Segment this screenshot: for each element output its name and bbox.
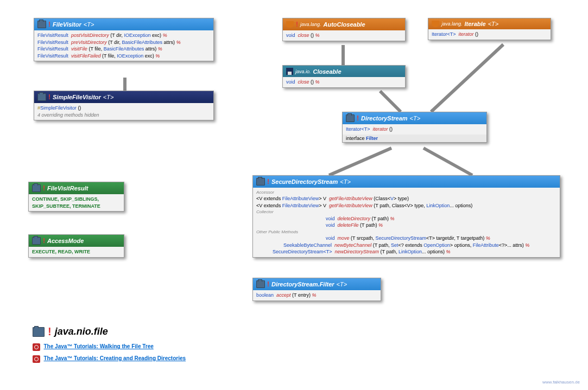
hidden-note: 4 overriding methods hidden xyxy=(37,112,210,119)
class-name: FileVisitor xyxy=(53,21,81,28)
method-row: SeekableByteChannel newByteChannel (T pa… xyxy=(256,242,557,249)
folder-icon xyxy=(32,184,41,192)
folder-icon xyxy=(256,178,265,186)
class-name: DirectoryStream xyxy=(361,115,408,122)
package-name: java.nio.file xyxy=(55,326,108,337)
directorystream-header: ! DirectoryStream<T> xyxy=(343,112,486,124)
folder-icon xyxy=(32,237,41,245)
closeable-body: void close () % xyxy=(283,77,405,87)
filevisitor-body: FileVisitResult postVisitDirectory (T di… xyxy=(34,30,213,61)
class-name: SecureDirectoryStream xyxy=(271,178,338,185)
simplefilevisitor-class-box: ! SimpleFileVisitor<T> #SimpleFileVisito… xyxy=(34,91,214,120)
package-title-block: ! java.nio.file The Java™ Tutorials: Wal… xyxy=(33,325,186,363)
folder-icon xyxy=(346,114,355,122)
class-name: Closeable xyxy=(313,68,342,75)
directorystream-class-box: ! DirectoryStream<T> Iterator<T> iterato… xyxy=(342,112,487,143)
enum-values: EXECUTE, READ, WRITE xyxy=(32,249,90,254)
svg-line-5 xyxy=(423,148,472,175)
directorystream-sub: interface Filter xyxy=(343,135,486,142)
method-row: FileVisitResult postVisitDirectory (T di… xyxy=(37,32,210,39)
method-row: FileVisitResult visitFile (T file, Basic… xyxy=(37,46,210,53)
cup-icon xyxy=(432,21,439,27)
method-row: FileVisitResult visitFileFailed (T file,… xyxy=(37,53,210,60)
bang-icon: ! xyxy=(43,184,45,192)
method-row: SecureDirectoryStream<T> newDirectoryStr… xyxy=(256,248,557,255)
directorystream-body: Iterator<T> iterator () xyxy=(343,124,486,135)
securedirectorystream-header: ! SecureDirectoryStream<T> xyxy=(253,176,560,188)
footer-credit: www.falkhausen.de xyxy=(542,380,580,385)
filevisitor-header: ! FileVisitor<T> xyxy=(34,18,213,30)
oracle-icon xyxy=(33,355,40,363)
dsfilter-class-box: ! DirectoryStream.Filter<T> boolean acce… xyxy=(252,278,381,301)
folder-icon xyxy=(256,280,265,288)
filevisitresult-header: ! FileVisitResult xyxy=(29,182,124,194)
class-name: AutoCloseable xyxy=(324,21,365,28)
closeable-header: java.io.Closeable xyxy=(283,66,405,77)
class-name: AccessMode xyxy=(47,238,84,244)
simplefilevisitor-header: ! SimpleFileVisitor<T> xyxy=(34,91,213,103)
accessmode-body: EXECUTE, READ, WRITE xyxy=(29,247,124,257)
autocloseable-body: void close () % xyxy=(283,30,405,41)
package-prefix: java.lang. xyxy=(441,21,463,27)
method-row: void deleteFile (T path) % xyxy=(256,222,557,229)
tutorial-link-2[interactable]: The Java™ Tutorials: Creating and Readin… xyxy=(33,355,186,363)
simplefilevisitor-body: #SimpleFileVisitor () 4 overriding metho… xyxy=(34,103,213,120)
autocloseable-header: ! java.lang.AutoCloseable xyxy=(283,18,405,30)
cup-icon xyxy=(286,21,294,28)
closeable-class-box: java.io.Closeable void close () % xyxy=(282,65,406,88)
bang-icon: ! xyxy=(267,280,269,288)
class-name: DirectoryStream.Filter xyxy=(271,281,334,287)
class-name: SimpleFileVisitor xyxy=(53,94,101,100)
autocloseable-class-box: ! java.lang.AutoCloseable void close () … xyxy=(282,18,406,41)
securedirectorystream-class-box: ! SecureDirectoryStream<T> Accessor <V e… xyxy=(252,175,560,258)
section-accessor: Accessor xyxy=(256,189,557,195)
folder-icon xyxy=(37,93,46,101)
bang-icon: ! xyxy=(48,93,50,101)
method-row: <V extends FileAttributeView> V getFileA… xyxy=(256,195,557,202)
svg-line-3 xyxy=(431,44,503,112)
bang-icon: ! xyxy=(267,178,269,186)
svg-line-2 xyxy=(380,91,401,112)
dsfilter-body: boolean accept (T entry) % xyxy=(253,290,381,301)
iterable-body: Iterator<T> iterator () xyxy=(428,29,551,40)
package-prefix: java.lang. xyxy=(300,22,321,27)
disk-icon xyxy=(286,68,293,75)
section-other: Other Public Methods xyxy=(256,229,557,235)
folder-icon xyxy=(37,21,46,28)
filevisitor-class-box: ! FileVisitor<T> FileVisitResult postVis… xyxy=(34,18,214,61)
folder-icon xyxy=(33,327,45,337)
filevisitresult-body: CONTINUE, SKIP_SIBLINGS, SKIP_SUBTREE, T… xyxy=(29,194,124,211)
oracle-icon xyxy=(33,343,40,351)
class-name: Iterable xyxy=(465,21,486,27)
accessmode-header: ! AccessMode xyxy=(29,235,124,247)
svg-line-4 xyxy=(329,148,391,175)
iterable-header: java.lang.Iterable<T> xyxy=(428,18,551,29)
method-row: void move (T srcpath, SecureDirectoryStr… xyxy=(256,235,557,242)
bang-icon: ! xyxy=(357,114,359,122)
tutorial-link-1[interactable]: The Java™ Tutorials: Walking the File Tr… xyxy=(33,343,186,351)
enum-values: CONTINUE, SKIP_SIBLINGS, SKIP_SUBTREE, T… xyxy=(32,196,121,209)
bang-icon: ! xyxy=(48,21,50,28)
securedirectorystream-body: Accessor <V extends FileAttributeView> V… xyxy=(253,188,560,257)
filevisitresult-enum-box: ! FileVisitResult CONTINUE, SKIP_SIBLING… xyxy=(28,182,124,212)
method-row: void deleteDirectory (T path) % xyxy=(256,215,557,222)
iterable-class-box: java.lang.Iterable<T> Iterator<T> iterat… xyxy=(428,18,551,40)
accessmode-enum-box: ! AccessMode EXECUTE, READ, WRITE xyxy=(28,234,124,258)
method-row: FileVisitResult preVisitDirectory (T dir… xyxy=(37,39,210,46)
package-prefix: java.io. xyxy=(295,69,311,74)
method-row: <V extends FileAttributeView> V getFileA… xyxy=(256,202,557,209)
constructor: SimpleFileVisitor xyxy=(40,105,77,111)
bang-icon: ! xyxy=(48,325,52,338)
class-name: FileVisitResult xyxy=(47,185,88,191)
dsfilter-header: ! DirectoryStream.Filter<T> xyxy=(253,278,381,290)
section-collector: Collector xyxy=(256,209,557,215)
bang-icon: ! xyxy=(43,237,45,245)
